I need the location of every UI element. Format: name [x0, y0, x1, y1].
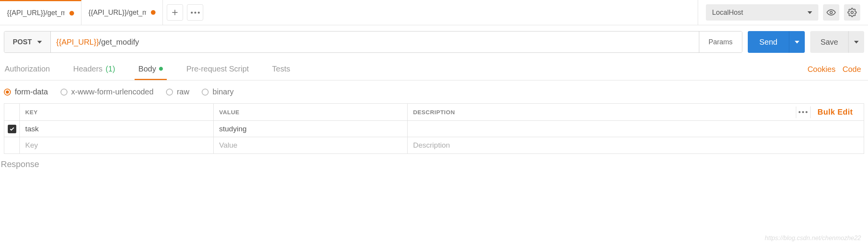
radio-urlencoded[interactable]: x-www-form-urlencoded — [61, 87, 154, 96]
table-header-actions: Bulk Edit — [796, 106, 858, 118]
watermark-text: https://blog.csdn.net/chenmozhe22 — [765, 235, 861, 242]
gear-icon — [847, 8, 857, 17]
radio-label: binary — [213, 87, 233, 96]
save-label: Save — [820, 38, 838, 47]
tab-label: Tests — [272, 64, 290, 73]
url-path: /get_modify — [99, 38, 139, 47]
request-tabs-area: {{API_URL}}/get_modif {{API_URL}}/get_mo… — [0, 0, 698, 25]
key-cell[interactable]: task — [20, 121, 214, 137]
tab-label: Pre-request Script — [186, 64, 249, 73]
table-row: task studying — [4, 121, 864, 137]
environment-quicklook-button[interactable] — [823, 4, 839, 21]
row-checkbox[interactable] — [8, 125, 16, 133]
checkbox-column-header — [4, 104, 20, 120]
description-column-header: DESCRIPTION Bulk Edit — [408, 104, 864, 120]
save-dropdown-button[interactable] — [848, 31, 864, 53]
url-input[interactable]: {{API_URL}}/get_modify — [51, 31, 699, 52]
send-label: Send — [759, 38, 778, 47]
tab-label: Authorization — [5, 64, 50, 73]
description-header-label: DESCRIPTION — [413, 109, 455, 115]
bulk-edit-link[interactable]: Bulk Edit — [818, 108, 853, 117]
more-icon — [799, 111, 807, 113]
row-checkbox-cell — [4, 137, 20, 153]
radio-label: form-data — [15, 87, 48, 96]
key-placeholder-cell[interactable]: Key — [20, 137, 214, 153]
save-button[interactable]: Save — [810, 31, 848, 53]
response-section-label: Response — [0, 154, 868, 175]
tab-body[interactable]: Body — [135, 59, 167, 80]
unsaved-indicator-icon — [69, 11, 74, 16]
chevron-down-icon — [37, 41, 42, 44]
url-variable: {{API_URL}} — [56, 38, 99, 47]
tab-authorization[interactable]: Authorization — [1, 59, 54, 80]
row-checkbox-cell — [4, 121, 20, 137]
radio-form-data[interactable]: form-data — [4, 87, 48, 96]
http-method-selector[interactable]: POST — [4, 31, 51, 52]
tab-label: Body — [138, 64, 156, 73]
table-header-row: KEY VALUE DESCRIPTION Bulk Edit — [4, 104, 864, 121]
value-column-header: VALUE — [214, 104, 408, 120]
params-button[interactable]: Params — [699, 31, 742, 52]
request-tab-label: {{API_URL}}/get_modif — [88, 9, 146, 17]
params-label: Params — [709, 38, 733, 46]
svg-point-1 — [851, 11, 853, 14]
body-type-row: form-data x-www-form-urlencoded raw bina… — [0, 80, 868, 103]
value-placeholder-cell[interactable]: Value — [214, 137, 408, 153]
tab-pre-request-script[interactable]: Pre-request Script — [182, 59, 252, 80]
headers-count: (1) — [105, 64, 115, 73]
request-tab-2[interactable]: {{API_URL}}/get_modif — [81, 0, 163, 25]
description-cell[interactable] — [408, 121, 864, 137]
svg-point-0 — [830, 11, 832, 14]
plus-icon: + — [172, 6, 178, 19]
request-section-tabs-left: Authorization Headers (1) Body Pre-reque… — [0, 59, 294, 80]
top-bar: {{API_URL}}/get_modif {{API_URL}}/get_mo… — [0, 0, 868, 25]
send-button-group: Send — [748, 31, 805, 53]
request-builder-row: POST {{API_URL}}/get_modify Params Send … — [0, 25, 868, 59]
top-right-controls: LocalHost — [698, 4, 868, 21]
request-tab-1[interactable]: {{API_URL}}/get_modif — [0, 0, 81, 25]
url-box: POST {{API_URL}}/get_modify Params — [4, 31, 742, 53]
request-tab-label: {{API_URL}}/get_modif — [7, 9, 65, 17]
more-icon — [191, 12, 200, 14]
radio-icon — [61, 89, 67, 96]
chevron-down-icon — [807, 11, 812, 14]
unsaved-indicator-icon — [151, 10, 156, 15]
form-data-table: KEY VALUE DESCRIPTION Bulk Edit task stu… — [4, 103, 864, 154]
radio-icon — [4, 89, 11, 96]
description-placeholder-cell[interactable]: Description — [408, 137, 864, 153]
tab-options-button[interactable] — [187, 4, 203, 21]
code-link[interactable]: Code — [842, 65, 861, 74]
radio-icon — [202, 89, 209, 96]
chevron-down-icon — [854, 41, 859, 44]
check-icon — [9, 126, 15, 132]
table-options-button[interactable] — [796, 106, 811, 118]
tab-tests[interactable]: Tests — [268, 59, 294, 80]
new-tab-button[interactable]: + — [167, 4, 183, 21]
send-button[interactable]: Send — [748, 31, 789, 53]
tab-headers[interactable]: Headers (1) — [69, 59, 119, 80]
request-section-tabs-right: Cookies Code — [807, 65, 868, 74]
method-label: POST — [13, 38, 32, 46]
radio-icon — [166, 89, 173, 96]
radio-binary[interactable]: binary — [202, 87, 233, 96]
value-cell[interactable]: studying — [214, 121, 408, 137]
radio-label: raw — [177, 87, 189, 96]
table-empty-row: Key Value Description — [4, 137, 864, 153]
key-column-header: KEY — [20, 104, 214, 120]
radio-raw[interactable]: raw — [166, 87, 189, 96]
request-section-tabs: Authorization Headers (1) Body Pre-reque… — [0, 59, 868, 80]
settings-button[interactable] — [844, 4, 860, 21]
chevron-down-icon — [795, 41, 799, 44]
eye-icon — [827, 8, 836, 17]
environment-selector[interactable]: LocalHost — [706, 4, 818, 21]
save-button-group: Save — [810, 31, 864, 53]
send-dropdown-button[interactable] — [789, 31, 805, 53]
environment-label: LocalHost — [712, 9, 743, 17]
body-active-indicator-icon — [159, 67, 163, 71]
cookies-link[interactable]: Cookies — [807, 65, 835, 74]
tab-label: Headers — [73, 64, 103, 73]
radio-label: x-www-form-urlencoded — [71, 87, 154, 96]
